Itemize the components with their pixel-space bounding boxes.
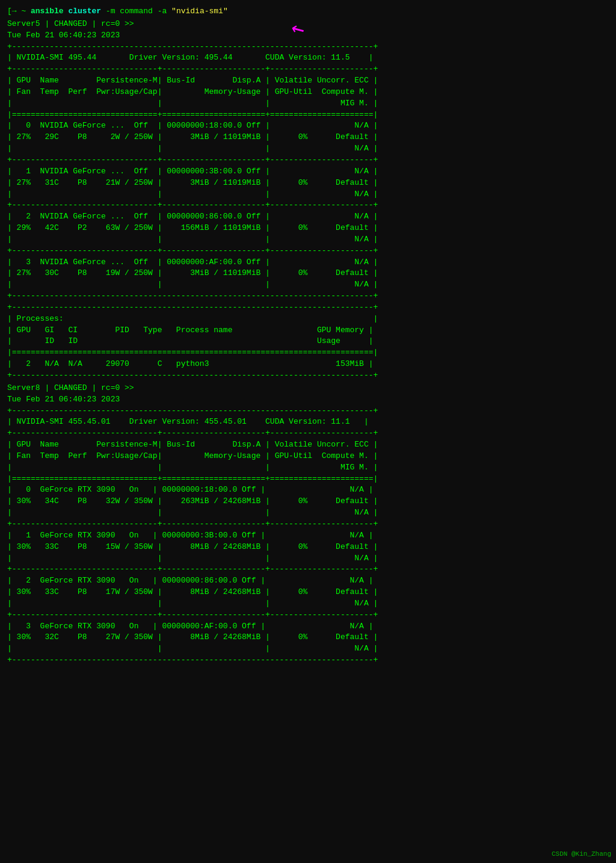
flags: -m command -a xyxy=(106,7,171,16)
server8-date: Tue Feb 21 06:40:23 2023 xyxy=(7,394,609,406)
arg-value: "nvidia-smi" xyxy=(171,7,228,16)
command-line: [→ ~ ansible cluster -m command -a "nvid… xyxy=(7,6,609,17)
nvidia-smi-495-table: +---------------------------------------… xyxy=(7,42,609,382)
server5-changed: Server5 | CHANGED | rc=0 >> xyxy=(7,19,609,30)
arrow-annotation: ↖ xyxy=(291,13,307,45)
nvidia-smi-455-table: +---------------------------------------… xyxy=(7,406,609,666)
prompt-arrow: [→ ~ xyxy=(7,7,31,16)
ansible-keyword: ansible xyxy=(31,7,64,16)
terminal: ↖ [→ ~ ansible cluster -m command -a "nv… xyxy=(2,2,614,671)
watermark: CSDN @Kin_Zhang xyxy=(552,850,611,859)
server8-changed: Server8 | CHANGED | rc=0 >> xyxy=(7,383,609,394)
cluster-keyword: cluster xyxy=(68,7,101,16)
